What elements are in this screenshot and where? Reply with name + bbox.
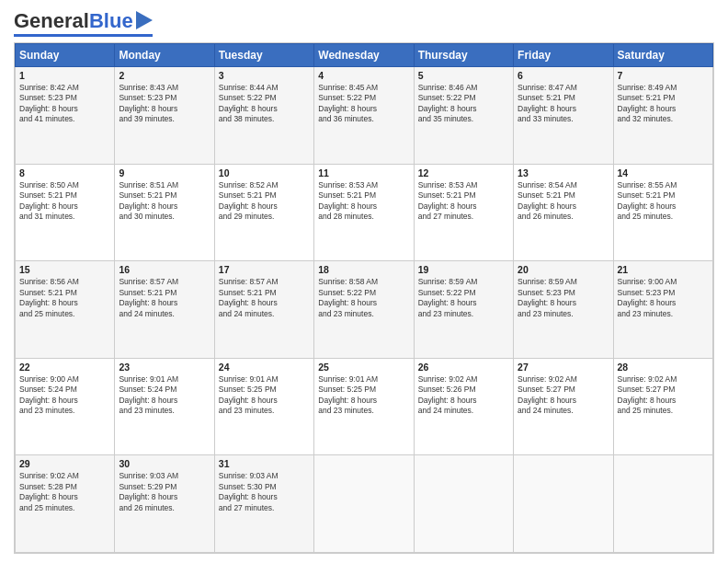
logo-general-text: General	[14, 9, 89, 33]
calendar-cell: 29Sunrise: 9:02 AM Sunset: 5:28 PM Dayli…	[16, 455, 115, 553]
day-info: Sunrise: 8:53 AM Sunset: 5:21 PM Dayligh…	[418, 180, 509, 223]
day-number: 12	[418, 167, 509, 178]
day-info: Sunrise: 8:53 AM Sunset: 5:21 PM Dayligh…	[318, 180, 409, 223]
day-info: Sunrise: 8:51 AM Sunset: 5:21 PM Dayligh…	[119, 180, 210, 223]
calendar-cell: 26Sunrise: 9:02 AM Sunset: 5:26 PM Dayli…	[414, 358, 513, 455]
day-header-monday: Monday	[115, 44, 214, 67]
day-info: Sunrise: 9:03 AM Sunset: 5:29 PM Dayligh…	[119, 471, 210, 513]
day-info: Sunrise: 9:02 AM Sunset: 5:27 PM Dayligh…	[518, 374, 609, 417]
calendar-cell: 12Sunrise: 8:53 AM Sunset: 5:21 PM Dayli…	[414, 164, 513, 261]
header: General Blue	[14, 9, 714, 37]
logo-underline	[14, 34, 153, 37]
calendar-cell: 9Sunrise: 8:51 AM Sunset: 5:21 PM Daylig…	[115, 164, 214, 261]
calendar-header-row: SundayMondayTuesdayWednesdayThursdayFrid…	[16, 44, 713, 67]
day-info: Sunrise: 8:59 AM Sunset: 5:23 PM Dayligh…	[518, 277, 609, 319]
day-info: Sunrise: 8:58 AM Sunset: 5:22 PM Dayligh…	[318, 277, 409, 319]
calendar-week-row: 15Sunrise: 8:56 AM Sunset: 5:21 PM Dayli…	[16, 261, 713, 359]
calendar: SundayMondayTuesdayWednesdayThursdayFrid…	[14, 42, 714, 554]
day-number: 19	[418, 264, 509, 275]
day-number: 10	[219, 167, 310, 178]
calendar-cell: 14Sunrise: 8:55 AM Sunset: 5:21 PM Dayli…	[613, 164, 712, 261]
calendar-cell: 3Sunrise: 8:44 AM Sunset: 5:22 PM Daylig…	[214, 67, 313, 165]
day-number: 31	[219, 458, 310, 469]
calendar-week-row: 8Sunrise: 8:50 AM Sunset: 5:21 PM Daylig…	[16, 164, 713, 261]
day-number: 26	[418, 362, 509, 373]
day-info: Sunrise: 8:54 AM Sunset: 5:21 PM Dayligh…	[518, 180, 609, 223]
day-number: 7	[618, 70, 709, 81]
calendar-cell: 24Sunrise: 9:01 AM Sunset: 5:25 PM Dayli…	[214, 358, 313, 455]
day-number: 25	[318, 362, 409, 373]
day-number: 9	[119, 167, 210, 178]
day-info: Sunrise: 9:02 AM Sunset: 5:26 PM Dayligh…	[418, 374, 509, 417]
calendar-cell: 19Sunrise: 8:59 AM Sunset: 5:22 PM Dayli…	[414, 261, 513, 359]
day-header-sunday: Sunday	[16, 44, 115, 67]
calendar-cell: 15Sunrise: 8:56 AM Sunset: 5:21 PM Dayli…	[16, 261, 115, 359]
day-info: Sunrise: 9:01 AM Sunset: 5:25 PM Dayligh…	[219, 374, 310, 417]
day-number: 30	[119, 458, 210, 469]
day-number: 5	[418, 70, 509, 81]
day-info: Sunrise: 8:52 AM Sunset: 5:21 PM Dayligh…	[219, 180, 310, 223]
logo-blue-text: Blue	[89, 9, 133, 33]
day-number: 1	[19, 70, 110, 81]
calendar-cell: 21Sunrise: 9:00 AM Sunset: 5:23 PM Dayli…	[613, 261, 712, 359]
calendar-cell: 27Sunrise: 9:02 AM Sunset: 5:27 PM Dayli…	[514, 358, 613, 455]
day-info: Sunrise: 8:49 AM Sunset: 5:21 PM Dayligh…	[618, 83, 709, 125]
day-number: 23	[119, 362, 210, 373]
day-number: 15	[19, 264, 110, 275]
calendar-cell: 5Sunrise: 8:46 AM Sunset: 5:22 PM Daylig…	[414, 67, 513, 165]
calendar-cell: 11Sunrise: 8:53 AM Sunset: 5:21 PM Dayli…	[314, 164, 414, 261]
day-number: 27	[518, 362, 609, 373]
day-info: Sunrise: 8:46 AM Sunset: 5:22 PM Dayligh…	[418, 83, 509, 125]
logo: General Blue	[14, 9, 153, 37]
day-header-saturday: Saturday	[613, 44, 712, 67]
day-number: 6	[518, 70, 609, 81]
calendar-cell	[414, 455, 513, 553]
logo-arrow-icon	[136, 11, 153, 33]
calendar-cell: 20Sunrise: 8:59 AM Sunset: 5:23 PM Dayli…	[514, 261, 613, 359]
day-info: Sunrise: 9:02 AM Sunset: 5:27 PM Dayligh…	[618, 374, 709, 417]
day-info: Sunrise: 8:47 AM Sunset: 5:21 PM Dayligh…	[518, 83, 609, 125]
calendar-cell: 23Sunrise: 9:01 AM Sunset: 5:24 PM Dayli…	[115, 358, 214, 455]
day-number: 2	[119, 70, 210, 81]
day-number: 8	[19, 167, 110, 178]
day-number: 20	[518, 264, 609, 275]
day-number: 18	[318, 264, 409, 275]
day-number: 11	[318, 167, 409, 178]
day-number: 28	[618, 362, 709, 373]
calendar-cell: 6Sunrise: 8:47 AM Sunset: 5:21 PM Daylig…	[514, 67, 613, 165]
calendar-cell: 13Sunrise: 8:54 AM Sunset: 5:21 PM Dayli…	[514, 164, 613, 261]
day-header-tuesday: Tuesday	[214, 44, 313, 67]
calendar-cell: 4Sunrise: 8:45 AM Sunset: 5:22 PM Daylig…	[314, 67, 414, 165]
day-number: 17	[219, 264, 310, 275]
day-info: Sunrise: 8:44 AM Sunset: 5:22 PM Dayligh…	[219, 83, 310, 125]
calendar-week-row: 22Sunrise: 9:00 AM Sunset: 5:24 PM Dayli…	[16, 358, 713, 455]
day-info: Sunrise: 8:57 AM Sunset: 5:21 PM Dayligh…	[219, 277, 310, 319]
day-number: 16	[119, 264, 210, 275]
day-number: 13	[518, 167, 609, 178]
day-number: 21	[618, 264, 709, 275]
day-info: Sunrise: 9:01 AM Sunset: 5:24 PM Dayligh…	[119, 374, 210, 417]
calendar-cell: 1Sunrise: 8:42 AM Sunset: 5:23 PM Daylig…	[16, 67, 115, 165]
calendar-week-row: 29Sunrise: 9:02 AM Sunset: 5:28 PM Dayli…	[16, 455, 713, 553]
day-info: Sunrise: 9:00 AM Sunset: 5:23 PM Dayligh…	[618, 277, 709, 319]
day-info: Sunrise: 8:57 AM Sunset: 5:21 PM Dayligh…	[119, 277, 210, 319]
day-info: Sunrise: 8:43 AM Sunset: 5:23 PM Dayligh…	[119, 83, 210, 125]
calendar-body: 1Sunrise: 8:42 AM Sunset: 5:23 PM Daylig…	[16, 67, 713, 553]
calendar-cell: 10Sunrise: 8:52 AM Sunset: 5:21 PM Dayli…	[214, 164, 313, 261]
day-number: 3	[219, 70, 310, 81]
svg-marker-0	[136, 11, 153, 29]
calendar-cell: 22Sunrise: 9:00 AM Sunset: 5:24 PM Dayli…	[16, 358, 115, 455]
calendar-cell: 18Sunrise: 8:58 AM Sunset: 5:22 PM Dayli…	[314, 261, 414, 359]
day-number: 14	[618, 167, 709, 178]
day-number: 29	[19, 458, 110, 469]
page: General Blue SundayMondayTuesdayWednesda…	[0, 0, 728, 563]
calendar-cell	[613, 455, 712, 553]
day-info: Sunrise: 9:01 AM Sunset: 5:25 PM Dayligh…	[318, 374, 409, 417]
calendar-cell: 8Sunrise: 8:50 AM Sunset: 5:21 PM Daylig…	[16, 164, 115, 261]
calendar-cell	[514, 455, 613, 553]
day-info: Sunrise: 8:45 AM Sunset: 5:22 PM Dayligh…	[318, 83, 409, 125]
calendar-cell: 17Sunrise: 8:57 AM Sunset: 5:21 PM Dayli…	[214, 261, 313, 359]
day-info: Sunrise: 8:42 AM Sunset: 5:23 PM Dayligh…	[19, 83, 110, 125]
day-info: Sunrise: 8:59 AM Sunset: 5:22 PM Dayligh…	[418, 277, 509, 319]
day-number: 24	[219, 362, 310, 373]
